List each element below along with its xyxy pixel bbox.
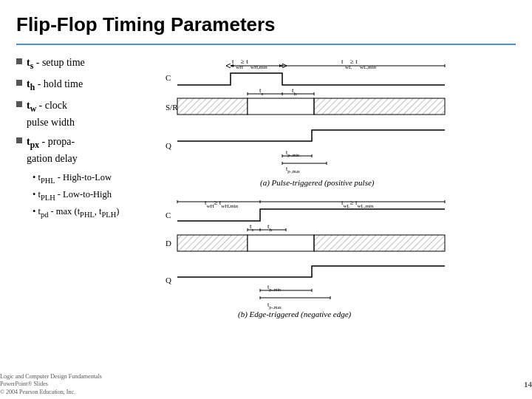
d-right-box-b (314, 235, 445, 251)
label-D-b: D (166, 239, 171, 248)
content-area: ts - setup time th - hold time tw - cloc… (16, 52, 516, 318)
copyright-text: Logic and Computer Design Fundamentals P… (0, 373, 102, 396)
sr-mid-a (248, 98, 314, 115)
diagram-a: C S/R Q t wH ≥ t wH,mi (164, 52, 482, 200)
svg-text:≥ t: ≥ t (241, 58, 248, 65)
sr-left-box-a (177, 98, 248, 115)
bullet-text-setup: ts - setup time (27, 55, 85, 72)
tpmax-label-a: tp-,max (286, 166, 300, 174)
c-wave-a (177, 73, 445, 85)
sub-bullets: tPHL - High-to-Low tPLH - Low-to-High tp… (33, 171, 164, 220)
title-divider (16, 44, 516, 45)
bullet-text-clock: tw - clockpulse width (27, 98, 75, 130)
twH-label-b: twH≥ twH,min (205, 199, 239, 209)
tpmax-label-b: tp-,max (267, 301, 282, 310)
q-wave-a (177, 130, 445, 141)
label-Q-a: Q (166, 141, 171, 150)
d-left-box-b (177, 235, 248, 251)
svg-text:wL,min: wL,min (360, 64, 376, 70)
left-panel: ts - setup time th - hold time tw - cloc… (16, 52, 164, 318)
svg-text:≥ t: ≥ t (350, 58, 358, 65)
bullet-clock: tw - clockpulse width (16, 98, 164, 130)
ts-label-a: ts (259, 86, 264, 97)
bullet-icon-3 (16, 101, 22, 107)
bullet-text-hold: th - hold time (27, 77, 83, 94)
q-wave-b (177, 266, 445, 277)
bullet-text-prop: tpx - propa-gation delay (27, 134, 78, 166)
th-label-b: th (267, 222, 273, 233)
label-Q-b: Q (166, 276, 171, 284)
ts-label-b: ts (250, 222, 254, 233)
sr-right-box-a (314, 98, 445, 115)
arrow-right-twH (279, 64, 282, 67)
twH-label-a: t (232, 58, 234, 65)
page: Flip-Flop Timing Parameters ts - setup t… (0, 0, 532, 399)
c-wave-b (177, 209, 445, 221)
sub-bullet-plh: tPLH - Low-to-High (33, 188, 164, 203)
svg-text:wL: wL (345, 64, 352, 70)
tpmin-label-a: tp-,min (286, 149, 299, 157)
bottom-bar: Logic and Computer Design Fundamentals P… (0, 373, 532, 396)
svg-text:wH,min: wH,min (250, 64, 267, 70)
tpmin-label-b: tp-,min (267, 284, 281, 292)
twL-label-b: twL≥ twL,min (341, 199, 374, 209)
diagrams-panel: C S/R Q t wH ≥ t wH,mi (164, 52, 516, 318)
twL-label-a: t (341, 58, 344, 65)
bullet-icon-4 (16, 137, 22, 143)
sub-bullet-phl: tPHL - High-to-Low (33, 171, 164, 186)
sub-bullet-pd: tpd - max (tPHL, tPLH) (33, 205, 164, 220)
th-label-a: th (292, 86, 297, 97)
d-mid-b (248, 235, 314, 251)
bullet-prop: tpx - propa-gation delay (16, 134, 164, 166)
label-C-b: C (166, 211, 171, 219)
page-number: 14 (524, 380, 532, 389)
bullet-icon-1 (16, 58, 22, 64)
diagram-b: C D Q twH≥ twH,min twL≥ twL,min (164, 196, 482, 314)
bullet-icon-2 (16, 80, 22, 86)
caption-a: (a) Pulse-triggered (positive pulse) (260, 178, 375, 188)
bullet-setup: ts - setup time (16, 55, 164, 72)
label-C-a: C (166, 73, 171, 82)
label-SR-a: S/R (166, 103, 178, 112)
page-title: Flip-Flop Timing Parameters (16, 13, 516, 36)
bullet-hold: th - hold time (16, 77, 164, 94)
svg-text:wH: wH (236, 64, 243, 70)
